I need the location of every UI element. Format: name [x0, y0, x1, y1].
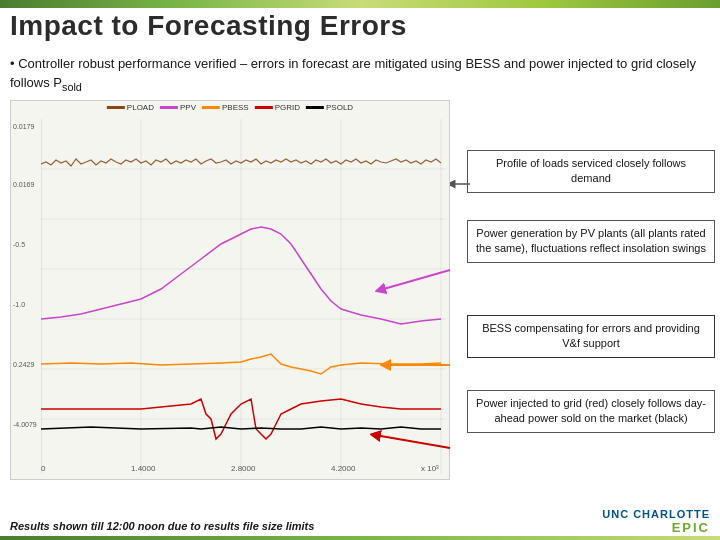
legend-pload: PLOAD: [107, 103, 154, 112]
bottom-bar: [0, 536, 720, 540]
arrow-3: [380, 355, 455, 375]
legend-label-ppv: PPV: [180, 103, 196, 112]
svg-line-19: [375, 435, 450, 448]
y-label-2: 0.0169: [13, 181, 34, 188]
chart-svg: 0 1.4000 2.8000 4.2000 x 10³: [41, 119, 446, 474]
footer-logo: UNC CHARLOTTE EPIC: [602, 508, 710, 535]
logo-unc: UNC CHARLOTTE: [602, 508, 710, 520]
y-label-4: -1.0: [13, 301, 25, 308]
y-label-6: -4.0079: [13, 421, 37, 428]
svg-text:0: 0: [41, 464, 46, 473]
legend-label-pload: PLOAD: [127, 103, 154, 112]
y-label-5: 0.2429: [13, 361, 34, 368]
arrow-2: [375, 265, 455, 295]
footer-text: Results shown till 12:00 noon due to res…: [10, 520, 314, 532]
header-bar: [0, 0, 720, 8]
legend-color-psold: [306, 106, 324, 109]
legend-psold: PSOLD: [306, 103, 353, 112]
annotation-text-2: Power generation by PV plants (all plant…: [476, 227, 706, 254]
svg-text:2.8000: 2.8000: [231, 464, 256, 473]
svg-text:4.2000: 4.2000: [331, 464, 356, 473]
legend-label-psold: PSOLD: [326, 103, 353, 112]
svg-text:1.4000: 1.4000: [131, 464, 156, 473]
y-label-1: 0.0179: [13, 123, 34, 130]
legend-label-pgrid: PGRID: [275, 103, 300, 112]
annotation-text-4: Power injected to grid (red) closely fol…: [476, 397, 706, 424]
legend-label-pbess: PBESS: [222, 103, 249, 112]
arrow-4: [370, 430, 455, 455]
annotation-box-1: Profile of loads serviced closely follow…: [467, 150, 715, 193]
legend-ppv: PPV: [160, 103, 196, 112]
svg-text:x 10³: x 10³: [421, 464, 439, 473]
page-title: Impact to Forecasting Errors: [10, 10, 407, 42]
legend-pbess: PBESS: [202, 103, 249, 112]
chart-legend: PLOAD PPV PBESS PGRID PSOLD: [107, 103, 353, 112]
y-label-3: -0.5: [13, 241, 25, 248]
bullet-text: • Controller robust performance verified…: [10, 55, 710, 95]
arrow-1: [450, 178, 470, 190]
annotation-box-2: Power generation by PV plants (all plant…: [467, 220, 715, 263]
legend-color-ppv: [160, 106, 178, 109]
annotation-box-4: Power injected to grid (red) closely fol…: [467, 390, 715, 433]
legend-color-pgrid: [255, 106, 273, 109]
svg-line-17: [380, 270, 450, 290]
annotation-text-1: Profile of loads serviced closely follow…: [496, 157, 686, 184]
logo-epic: EPIC: [672, 520, 710, 535]
bullet-symbol: •: [10, 56, 18, 71]
bullet-content: Controller robust performance verified –…: [10, 56, 696, 90]
and-text: and: [504, 56, 526, 71]
annotation-box-3: BESS compensating for errors and providi…: [467, 315, 715, 358]
annotation-text-3: BESS compensating for errors and providi…: [482, 322, 700, 349]
legend-pgrid: PGRID: [255, 103, 300, 112]
legend-color-pbess: [202, 106, 220, 109]
legend-color-pload: [107, 106, 125, 109]
